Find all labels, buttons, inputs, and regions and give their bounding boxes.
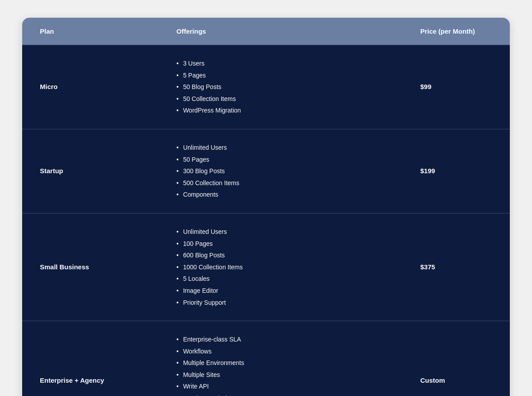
offering-item: Multiple Environments [176,357,385,369]
offering-item: 50 Pages [176,154,385,166]
header-offerings: Offerings [159,18,403,45]
offerings-list-enterprise-agency: Enterprise-class SLAWorkflowsMultiple En… [176,334,385,396]
offering-item: 5 Pages [176,70,385,82]
offering-item: Multiple Sites [176,369,385,381]
offerings-list-small-business: Unlimited Users100 Pages600 Blog Posts10… [176,226,385,308]
offering-item: 50 Blog Posts [176,81,385,93]
table-row: Small BusinessUnlimited Users100 Pages60… [22,213,510,321]
offerings-list-startup: Unlimited Users50 Pages300 Blog Posts500… [176,142,385,201]
header-price: Price (per Month) [403,18,510,45]
header-plan: Plan [22,18,159,45]
price-enterprise-agency: Custom [420,377,445,384]
offering-item: Image Editor [176,285,385,297]
offering-item: 5 Locales [176,273,385,285]
offering-item: Locale Permissions [176,392,385,396]
offering-item: Components [176,189,385,201]
plan-name-micro: Micro [40,83,58,90]
plan-name-enterprise-agency: Enterprise + Agency [40,377,104,384]
table-row: Micro3 Users5 Pages50 Blog Posts50 Colle… [22,45,510,129]
price-micro: $99 [420,83,431,90]
table-row: StartupUnlimited Users50 Pages300 Blog P… [22,129,510,213]
offering-item: Write API [176,380,385,392]
offering-item: 300 Blog Posts [176,165,385,177]
plan-name-startup: Startup [40,167,63,175]
offering-item: Workflows [176,346,385,357]
plan-name-small-business: Small Business [40,263,89,271]
price-small-business: $375 [420,263,435,271]
offering-item: Priority Support [176,297,385,309]
pricing-table: Plan Offerings Price (per Month) Micro3 … [22,18,510,396]
offering-item: WordPress Migration [176,105,385,116]
offering-item: 3 Users [176,58,385,70]
offerings-list-micro: 3 Users5 Pages50 Blog Posts50 Collection… [176,58,385,116]
offering-item: Unlimited Users [176,142,385,154]
table-header-row: Plan Offerings Price (per Month) [22,18,510,45]
offering-item: 1000 Collection Items [176,261,385,273]
table-row: Enterprise + AgencyEnterprise-class SLAW… [22,321,510,396]
offering-item: 50 Collection Items [176,93,385,105]
offering-item: 100 Pages [176,238,385,250]
price-startup: $199 [420,167,435,175]
pricing-container: Plan Offerings Price (per Month) Micro3 … [22,18,510,396]
offering-item: 500 Collection Items [176,177,385,189]
offering-item: 600 Blog Posts [176,249,385,261]
offering-item: Unlimited Users [176,226,385,238]
offering-item: Enterprise-class SLA [176,334,385,346]
